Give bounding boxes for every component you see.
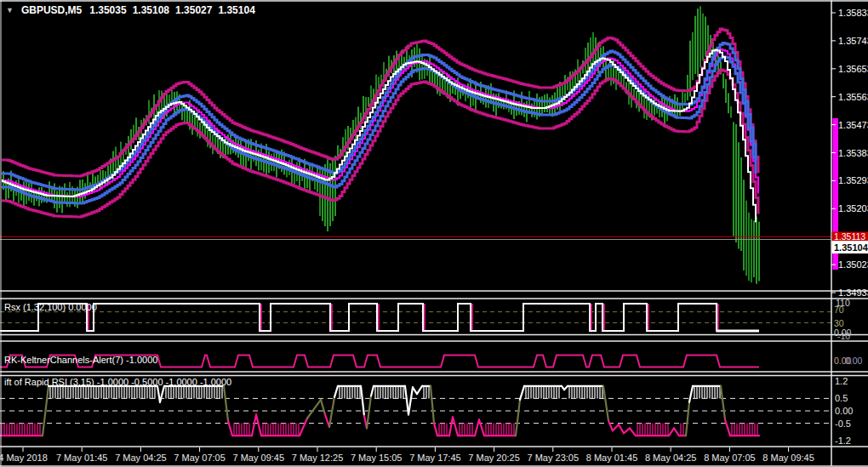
price-tick-label: 1.34933: [838, 288, 868, 298]
ift-scale-label: 0.00: [835, 406, 853, 416]
keltner-scale-label2: 0.00: [845, 356, 863, 366]
bid-price-box-label: 1.35104: [834, 242, 868, 253]
rsx-scale-70: 70: [834, 305, 844, 315]
time-tick-label: 7 May 12:25: [292, 453, 344, 463]
time-tick-label: 7 May 01:45: [56, 453, 108, 463]
time-tick-label: 7 May 23:05: [528, 453, 580, 463]
time-tick-label: 8 May 01:45: [586, 453, 638, 463]
time-tick-label: 8 May 04:25: [645, 453, 697, 463]
price-tick-label: 1.35653: [838, 64, 868, 74]
ift-scale-label: -0.5: [835, 419, 851, 429]
time-tick-label: 7 May 09:45: [233, 453, 285, 463]
price-tick-label: 1.35293: [838, 175, 868, 185]
time-tick-label: 7 May 04:25: [115, 453, 167, 463]
time-tick-label: 7 May 15:05: [351, 453, 403, 463]
chart-window: 1.358331.357431.356531.355631.354731.353…: [0, 0, 868, 467]
time-tick-label: 8 May 07:05: [704, 453, 756, 463]
time-tick-label: 7 May 17:45: [409, 453, 461, 463]
ift-scale-label: 0.5: [835, 393, 848, 403]
price-tick-label: 1.35023: [838, 259, 868, 270]
rsx-scale-m10: -10: [837, 331, 850, 341]
ift-scale-label: 1.2: [835, 376, 848, 386]
time-tick-label: 4 May 2018: [0, 453, 48, 463]
price-tick-label: 1.35473: [838, 120, 868, 130]
price-tick-label: 1.35743: [838, 36, 868, 46]
time-tick-label: 7 May 20:25: [468, 453, 520, 463]
price-tick-label: 1.35563: [838, 92, 868, 102]
price-tick-label: 1.35203: [838, 203, 868, 214]
chart-canvas[interactable]: 1.358331.357431.356531.355631.354731.353…: [0, 0, 868, 467]
time-tick-label: 8 May 09:45: [762, 453, 814, 463]
price-tick-label: 1.35383: [838, 148, 868, 158]
time-tick-label: 7 May 07:05: [174, 453, 226, 463]
ift-scale-label: -1.2: [835, 436, 851, 446]
ask-price-box-label: 1.35113: [834, 231, 865, 242]
price-tick-label: 1.35833: [838, 8, 868, 18]
